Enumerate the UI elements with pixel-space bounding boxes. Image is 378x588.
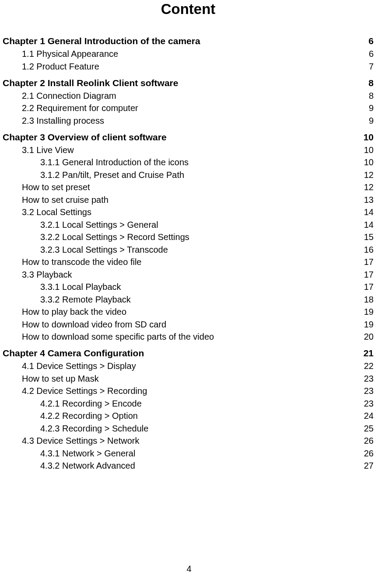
toc-entry-label: 3.2.1 Local Settings > General (40, 220, 360, 230)
toc-entry[interactable]: 3.2.3 Local Settings > Transcode16 (3, 245, 374, 255)
toc-entry[interactable]: 3.1.1 General Introduction of the icons1… (3, 157, 374, 167)
toc-entry-page: 7 (360, 62, 374, 72)
toc-entry-label: 3.1.1 General Introduction of the icons (40, 157, 360, 167)
toc-entry-label: 1.2 Product Feature (22, 62, 360, 72)
toc-entry-page: 8 (360, 78, 374, 88)
toc-entry[interactable]: 3.3 Playback17 (3, 270, 374, 280)
toc-entry-page: 23 (360, 399, 374, 409)
toc-entry-label: How to set preset (22, 182, 360, 192)
toc-entry-page: 17 (360, 257, 374, 267)
toc-entry-label: How to download some specific parts of t… (22, 332, 360, 342)
toc-entry[interactable]: 2.1 Connection Diagram8 (3, 91, 374, 101)
toc-entry[interactable]: 3.1 Live View10 (3, 145, 374, 155)
toc-entry[interactable]: 2.2 Requirement for computer9 (3, 103, 374, 113)
toc-entry[interactable]: How to transcode the video file17 (3, 257, 374, 267)
toc-entry[interactable]: How to set preset12 (3, 182, 374, 192)
toc-entry[interactable]: Chapter 3 Overview of client software10 (3, 132, 374, 143)
toc-entry-page: 13 (360, 195, 374, 205)
toc-entry-page: 10 (360, 145, 374, 155)
toc-entry-page: 9 (360, 116, 374, 126)
toc-entry[interactable]: 4.2.3 Recording > Schedule25 (3, 424, 374, 434)
toc-entry[interactable]: How to download some specific parts of t… (3, 332, 374, 342)
toc-entry-page: 16 (360, 245, 374, 255)
toc-entry-page: 14 (360, 207, 374, 217)
toc-entry-label: 3.3 Playback (22, 270, 360, 280)
toc-entry-label: 2.1 Connection Diagram (22, 91, 360, 101)
toc-entry[interactable]: How to download video from SD card19 (3, 320, 374, 330)
toc-entry-label: 3.2 Local Settings (22, 207, 360, 217)
toc-entry-page: 8 (360, 91, 374, 101)
toc-entry-label: How to set up Mask (22, 374, 360, 384)
toc-entry-label: 2.2 Requirement for computer (22, 103, 360, 113)
toc-entry[interactable]: 4.3.2 Network Advanced27 (3, 461, 374, 471)
toc-entry-page: 12 (360, 170, 374, 180)
toc-entry[interactable]: 1.2 Product Feature7 (3, 62, 374, 72)
toc-entry-page: 26 (360, 449, 374, 459)
toc-entry-label: How to download video from SD card (22, 320, 360, 330)
toc-entry-label: Chapter 2 Install Reolink Client softwar… (3, 78, 360, 88)
toc-entry-label: 4.2.1 Recording > Encode (40, 399, 360, 409)
toc-entry[interactable]: 3.1.2 Pan/tilt, Preset and Cruise Path12 (3, 170, 374, 180)
toc-entry-label: 4.3.1 Network > General (40, 449, 360, 459)
toc-entry-label: 4.2.2 Recording > Option (40, 411, 360, 421)
toc-entry-label: How to transcode the video file (22, 257, 360, 267)
toc-entry[interactable]: 4.2.1 Recording > Encode23 (3, 399, 374, 409)
toc-entry-page: 21 (360, 348, 374, 358)
toc-entry-label: 4.1 Device Settings > Display (22, 361, 360, 371)
toc-entry-page: 10 (360, 132, 374, 143)
toc-entry[interactable]: 4.3.1 Network > General26 (3, 449, 374, 459)
toc-entry[interactable]: How to play back the video19 (3, 307, 374, 317)
toc-entry[interactable]: Chapter 1 General Introduction of the ca… (3, 36, 374, 46)
toc-entry-label: How to set cruise path (22, 195, 360, 205)
toc-entry-page: 25 (360, 424, 374, 434)
toc-entry-page: 12 (360, 182, 374, 192)
toc-entry-page: 17 (360, 282, 374, 292)
toc-entry-page: 15 (360, 232, 374, 242)
toc-entry[interactable]: 4.2.2 Recording > Option24 (3, 411, 374, 421)
toc-entry[interactable]: How to set cruise path13 (3, 195, 374, 205)
toc-entry[interactable]: 3.3.1 Local Playback17 (3, 282, 374, 292)
toc-entry-page: 26 (360, 436, 374, 446)
toc-entry[interactable]: 1.1 Physical Appearance6 (3, 49, 374, 59)
toc-entry-page: 14 (360, 220, 374, 230)
toc-entry-page: 10 (360, 157, 374, 167)
toc-entry-label: 3.2.2 Local Settings > Record Settings (40, 232, 360, 242)
toc-entry[interactable]: 3.2.1 Local Settings > General14 (3, 220, 374, 230)
toc-entry[interactable]: 4.1 Device Settings > Display22 (3, 361, 374, 371)
toc-entry-page: 6 (360, 49, 374, 59)
toc-entry[interactable]: 4.2 Device Settings > Recording23 (3, 386, 374, 396)
toc-entry[interactable]: 3.2 Local Settings14 (3, 207, 374, 217)
toc-entry-page: 23 (360, 386, 374, 396)
toc-entry-label: Chapter 3 Overview of client software (3, 132, 360, 143)
toc-entry-label: 2.3 Installing process (22, 116, 360, 126)
toc-entry-label: 4.2.3 Recording > Schedule (40, 424, 360, 434)
toc-entry-label: 4.3 Device Settings > Network (22, 436, 360, 446)
toc-entry-label: 1.1 Physical Appearance (22, 49, 360, 59)
toc-entry-page: 22 (360, 361, 374, 371)
page-number: 4 (0, 564, 378, 574)
toc-entry[interactable]: 3.3.2 Remote Playback18 (3, 295, 374, 305)
toc-entry[interactable]: 4.3 Device Settings > Network26 (3, 436, 374, 446)
toc-entry[interactable]: How to set up Mask23 (3, 374, 374, 384)
toc-entry-page: 18 (360, 295, 374, 305)
toc-entry[interactable]: 2.3 Installing process9 (3, 116, 374, 126)
toc-entry[interactable]: 3.2.2 Local Settings > Record Settings15 (3, 232, 374, 242)
toc-entry[interactable]: Chapter 4 Camera Configuration21 (3, 348, 374, 358)
toc-entry-page: 23 (360, 374, 374, 384)
toc-entry-label: 3.2.3 Local Settings > Transcode (40, 245, 360, 255)
toc-entry-label: 3.1.2 Pan/tilt, Preset and Cruise Path (40, 170, 360, 180)
toc-entry-page: 24 (360, 411, 374, 421)
toc-entry[interactable]: Chapter 2 Install Reolink Client softwar… (3, 78, 374, 88)
toc-entry-label: 4.3.2 Network Advanced (40, 461, 360, 471)
toc-entry-label: 3.1 Live View (22, 145, 360, 155)
toc-entry-page: 9 (360, 103, 374, 113)
toc-entry-label: Chapter 1 General Introduction of the ca… (3, 36, 360, 46)
toc-entry-page: 17 (360, 270, 374, 280)
toc-entry-page: 19 (360, 320, 374, 330)
document-title: Content (3, 1, 374, 17)
toc-entry-page: 27 (360, 461, 374, 471)
toc-entry-label: Chapter 4 Camera Configuration (3, 348, 360, 358)
toc-entry-page: 19 (360, 307, 374, 317)
toc-entry-page: 20 (360, 332, 374, 342)
toc-entry-label: 3.3.2 Remote Playback (40, 295, 360, 305)
